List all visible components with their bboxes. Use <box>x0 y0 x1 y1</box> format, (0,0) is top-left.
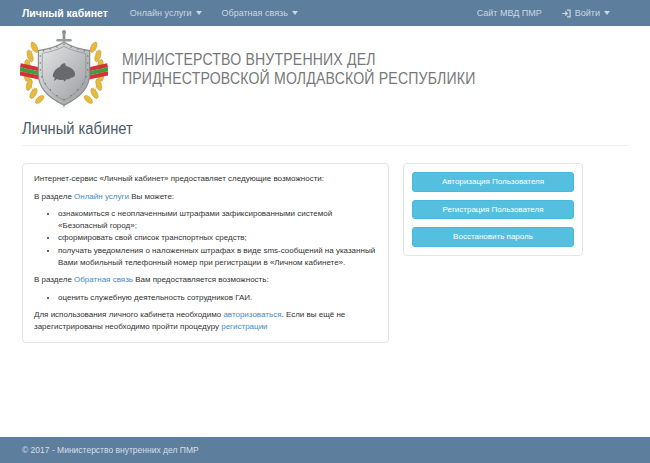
nav-item-mvd-site[interactable]: Сайт МВД ПМР <box>477 8 542 18</box>
title-divider <box>22 145 628 146</box>
navbar-right: Сайт МВД ПМР Войти <box>477 8 610 18</box>
page-title: Личный кабинет <box>22 120 580 138</box>
inline-link[interactable]: Онлайн услуги <box>74 192 129 201</box>
online-services-intro: В разделе Онлайн услуги Вы можете: <box>34 191 377 203</box>
info-panel: Интернет-сервис «Личный кабинет» предост… <box>22 163 389 343</box>
nav-item-feedback-label: Обратная связь <box>222 8 288 18</box>
site-title: МИНИСТЕРСТВО ВНУТРЕННИХ ДЕЛ ПРИДНЕСТРОВС… <box>122 50 475 88</box>
list-item: получать уведомления о наложенных штрафа… <box>58 245 377 268</box>
inline-link[interactable]: авторизоваться <box>223 310 281 319</box>
nav-item-login-label: Войти <box>575 8 600 18</box>
footer: © 2017 - Министерство внутренних дел ПМР <box>0 437 650 463</box>
site-title-line1: МИНИСТЕРСТВО ВНУТРЕННИХ ДЕЛ <box>122 50 475 69</box>
footer-copyright: © 2017 - Министерство внутренних дел ПМР <box>22 445 199 455</box>
nav-item-online-services[interactable]: Онлайн услуги <box>130 8 202 18</box>
page: Личный кабинет Онлайн услуги Обратная св… <box>0 0 650 463</box>
registration-button[interactable]: Регистрация Пользователя <box>412 200 574 220</box>
navbar-left: Личный кабинет Онлайн услуги Обратная св… <box>22 7 298 19</box>
intro-paragraph: Интернет-сервис «Личный кабинет» предост… <box>34 173 377 185</box>
list-item: ознакомиться с неоплаченными штрафами за… <box>58 208 377 231</box>
caret-down-icon <box>292 11 298 15</box>
site-title-line2: ПРИДНЕСТРОВСКОЙ МОЛДАВСКОЙ РЕСПУБЛИКИ <box>122 69 475 88</box>
auth-actions-panel: Авторизация Пользователя Регистрация Пол… <box>403 163 583 256</box>
online-services-list: ознакомиться с неоплаченными штрафами за… <box>34 208 377 268</box>
nav-item-online-services-label: Онлайн услуги <box>130 8 192 18</box>
nav-item-mvd-site-label: Сайт МВД ПМР <box>477 8 542 18</box>
inline-link[interactable]: регистрации <box>221 322 267 331</box>
feedback-list: оценить служебную деятельность сотрудник… <box>34 292 377 304</box>
authorization-button[interactable]: Авторизация Пользователя <box>412 172 574 192</box>
navbar-brand[interactable]: Личный кабинет <box>22 7 108 19</box>
list-item: сформировать свой список транспортных ср… <box>58 232 377 244</box>
inline-link[interactable]: Обратная связь <box>74 275 133 284</box>
mvd-pmr-coat-of-arms-logo <box>20 29 108 109</box>
main-content: Личный кабинет Интернет-сервис «Личный к… <box>0 120 650 343</box>
restore-password-button[interactable]: Восстановить пароль <box>412 227 574 247</box>
list-item: оценить служебную деятельность сотрудник… <box>58 292 377 304</box>
feedback-intro: В разделе Обратная связь Вам предоставля… <box>34 274 377 286</box>
nav-item-feedback[interactable]: Обратная связь <box>222 8 298 18</box>
nav-item-login[interactable]: Войти <box>562 8 610 18</box>
caret-down-icon <box>196 11 202 15</box>
top-navbar: Личный кабинет Онлайн услуги Обратная св… <box>0 0 650 26</box>
site-header: МИНИСТЕРСТВО ВНУТРЕННИХ ДЕЛ ПРИДНЕСТРОВС… <box>0 26 650 112</box>
sign-in-icon <box>562 9 571 18</box>
caret-down-icon <box>604 11 610 15</box>
usage-note: Для использования личного кабинета необх… <box>34 309 377 332</box>
